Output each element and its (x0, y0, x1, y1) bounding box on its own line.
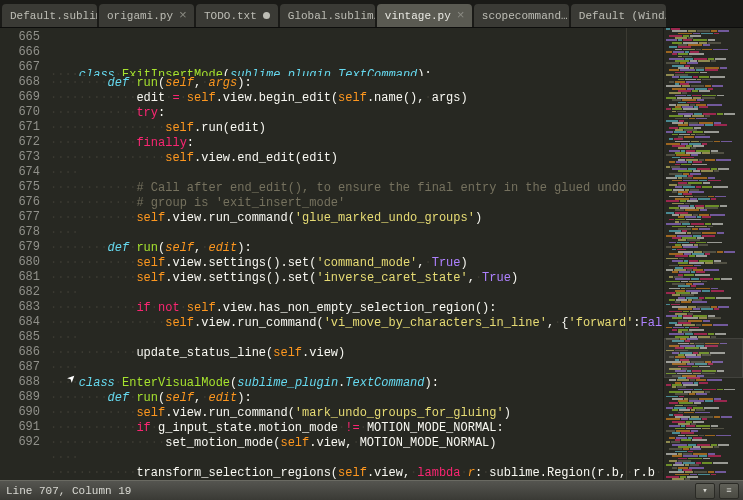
line-number: 692 (0, 435, 40, 450)
line-number: 673 (0, 150, 40, 165)
status-position: Line 707, Column 19 (6, 485, 131, 497)
code-line[interactable]: ············self.view.run_command('glue_… (50, 211, 663, 226)
line-number: 677 (0, 210, 40, 225)
code-line[interactable]: ········def·run(self,·args): (50, 76, 663, 91)
tab-label: vintage.py (385, 10, 451, 22)
line-number: 685 (0, 330, 40, 345)
line-number: 670 (0, 105, 40, 120)
code-line[interactable]: ············finally: (50, 136, 663, 151)
tab-bar: Default.sublim…×origami.py×TODO.txtGloba… (0, 0, 743, 28)
tab-label: Default.sublim… (10, 10, 97, 22)
code-line[interactable]: ···· (50, 166, 663, 181)
close-icon[interactable]: × (457, 9, 465, 22)
code-line[interactable]: ············# group is 'exit_insert_mode… (50, 196, 663, 211)
line-number: 669 (0, 90, 40, 105)
line-number: 688 (0, 375, 40, 390)
tab-label: Default (Wind… (579, 10, 666, 22)
tab-label: scopecommand… (482, 10, 568, 22)
code-line[interactable]: ············self.view.settings().set('in… (50, 271, 663, 286)
tab-0[interactable]: Default.sublim…× (2, 4, 97, 27)
close-icon[interactable]: × (179, 9, 187, 22)
line-number: 668 (0, 75, 40, 90)
line-number: 675 (0, 180, 40, 195)
code-line[interactable]: ····class·ExitInsertMode(sublime_plugin.… (50, 68, 663, 76)
code-line[interactable]: ············self.view.settings().set('co… (50, 256, 663, 271)
tab-label: TODO.txt (204, 10, 257, 22)
code-line[interactable]: ············if·g_input_state.motion_mode… (50, 421, 663, 436)
tab-label: origami.py (107, 10, 173, 22)
line-number: 691 (0, 420, 40, 435)
code-line[interactable]: ···· (50, 331, 663, 346)
status-dropdown-button[interactable]: ▾ (695, 483, 715, 499)
dirty-indicator-icon (263, 12, 270, 19)
code-line[interactable]: ················self.run(edit) (50, 121, 663, 136)
code-line[interactable]: ···· (50, 451, 663, 466)
code-line[interactable]: ················self.view.end_edit(edit) (50, 151, 663, 166)
line-number: 689 (0, 390, 40, 405)
line-number: 672 (0, 135, 40, 150)
code-line[interactable]: ················self.view.run_command('v… (50, 316, 663, 331)
line-number: 684 (0, 315, 40, 330)
minimap[interactable] (663, 28, 743, 480)
ruler (626, 28, 627, 480)
line-number: 671 (0, 120, 40, 135)
code-line[interactable]: ········def·run(self,·edit): (50, 391, 663, 406)
line-number: 681 (0, 270, 40, 285)
code-line[interactable]: ············update_status_line(self.view… (50, 346, 663, 361)
line-number: 687 (0, 360, 40, 375)
line-number: 676 (0, 195, 40, 210)
tab-3[interactable]: Global.sublim…× (280, 4, 375, 27)
line-number: 665 (0, 30, 40, 45)
line-number: 683 (0, 300, 40, 315)
code-line[interactable]: ···· (50, 286, 663, 301)
status-menu-button[interactable]: ≡ (719, 483, 739, 499)
status-bar: Line 707, Column 19 ▾ ≡ (0, 480, 743, 500)
code-line[interactable]: ············self.view.run_command('mark_… (50, 406, 663, 421)
tab-1[interactable]: origami.py× (99, 4, 194, 27)
code-line[interactable]: ············transform_selection_regions(… (50, 466, 663, 480)
chevron-down-icon: ▾ (702, 485, 707, 496)
code-view[interactable]: ····class·ExitInsertMode(sublime_plugin.… (50, 28, 663, 480)
line-number: 682 (0, 285, 40, 300)
tab-4[interactable]: vintage.py× (377, 4, 472, 27)
tab-label: Global.sublim… (288, 10, 375, 22)
line-number: 690 (0, 405, 40, 420)
line-number: 680 (0, 255, 40, 270)
line-number: 679 (0, 240, 40, 255)
code-line[interactable]: ········def·run(self,·edit): (50, 241, 663, 256)
line-number: 686 (0, 345, 40, 360)
line-number: 667 (0, 60, 40, 75)
code-line[interactable]: ················set_motion_mode(self.vie… (50, 436, 663, 451)
line-number: 678 (0, 225, 40, 240)
code-line[interactable]: ············if·not·self.view.has_non_emp… (50, 301, 663, 316)
tab-6[interactable]: Default (Wind…× (571, 4, 666, 27)
code-line[interactable]: ····class·EnterVisualMode(sublime_plugin… (50, 376, 663, 391)
gutter: 6656666676686696706716726736746756766776… (0, 28, 50, 480)
line-number: 666 (0, 45, 40, 60)
menu-icon: ≡ (726, 486, 731, 496)
code-line[interactable]: ············try: (50, 106, 663, 121)
code-line[interactable]: ···· (50, 361, 663, 376)
line-number: 674 (0, 165, 40, 180)
minimap-viewport[interactable] (664, 338, 743, 378)
tab-5[interactable]: scopecommand…× (474, 4, 569, 27)
code-line[interactable]: ···· (50, 226, 663, 241)
tab-2[interactable]: TODO.txt (196, 4, 278, 27)
code-line[interactable]: ············edit·=·self.view.begin_edit(… (50, 91, 663, 106)
code-line[interactable]: ············# Call after end_edit(), to … (50, 181, 663, 196)
editor-area: 6656666676686696706716726736746756766776… (0, 28, 743, 480)
